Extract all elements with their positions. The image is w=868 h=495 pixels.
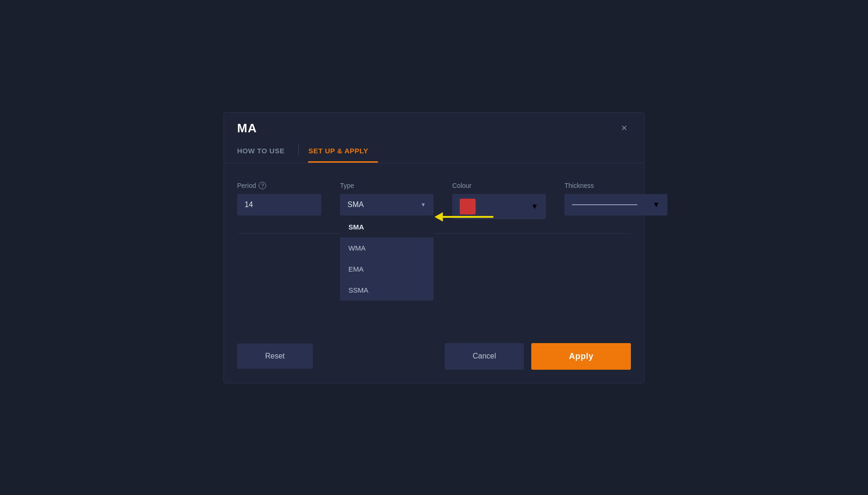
period-label: Period ? — [237, 182, 321, 189]
apply-button[interactable]: Apply — [531, 343, 631, 370]
period-help-icon[interactable]: ? — [259, 182, 266, 189]
thickness-select[interactable]: ▼ — [564, 194, 667, 215]
period-input[interactable] — [237, 194, 321, 215]
colour-label: Colour — [452, 182, 546, 189]
arrow-line — [442, 216, 493, 218]
type-select[interactable]: SMA ▼ — [340, 194, 434, 215]
type-label: Type — [340, 182, 434, 189]
footer-right: Cancel Apply — [445, 343, 631, 370]
thickness-line — [572, 204, 637, 205]
period-group: Period ? — [237, 182, 321, 215]
tabs-container: HOW TO USE SET UP & APPLY — [224, 140, 644, 163]
modal-title: MA — [237, 121, 257, 136]
dropdown-option-wma[interactable]: WMA — [340, 237, 434, 258]
dropdown-option-sma[interactable]: SMA — [340, 216, 434, 237]
tab-how-to-use[interactable]: HOW TO USE — [237, 140, 294, 163]
form-row: Period ? Type SMA ▼ SMA WMA EMA — [237, 182, 631, 219]
modal-container: MA × HOW TO USE SET UP & APPLY Period ? … — [224, 112, 644, 383]
modal-body: Period ? Type SMA ▼ SMA WMA EMA — [224, 163, 644, 334]
modal-footer: Reset Cancel Apply — [224, 334, 644, 383]
dropdown-option-ema[interactable]: EMA — [340, 258, 434, 280]
cancel-button[interactable]: Cancel — [445, 343, 524, 370]
type-group: Type SMA ▼ SMA WMA EMA SSMA — [340, 182, 434, 215]
type-dropdown: SMA WMA EMA SSMA — [340, 216, 434, 301]
type-chevron-icon: ▼ — [420, 201, 426, 208]
colour-chevron-icon: ▼ — [531, 202, 538, 211]
tab-setup-apply[interactable]: SET UP & APPLY — [308, 140, 377, 163]
reset-button[interactable]: Reset — [237, 344, 313, 369]
modal-header: MA × — [224, 113, 644, 136]
arrow-indicator — [434, 212, 493, 222]
close-button[interactable]: × — [617, 121, 631, 135]
thickness-group: Thickness ▼ — [564, 182, 667, 215]
thickness-chevron-icon: ▼ — [652, 201, 660, 209]
tab-divider — [298, 143, 299, 156]
type-value: SMA — [347, 201, 364, 209]
thickness-label: Thickness — [564, 182, 667, 189]
dropdown-option-ssma[interactable]: SSMA — [340, 280, 434, 301]
divider — [237, 233, 631, 234]
